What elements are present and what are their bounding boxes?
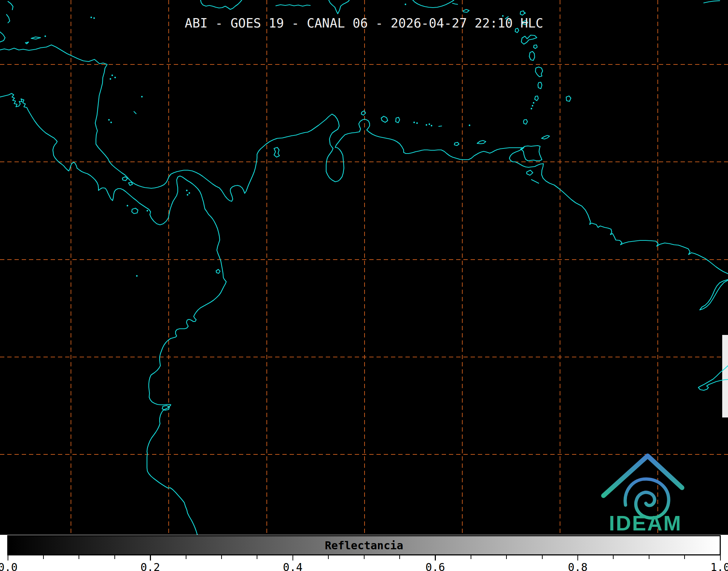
colorbar-gradient: Reflectancia [7, 535, 721, 555]
tobago-coastline [542, 135, 550, 139]
martinique-coastline [535, 67, 543, 77]
tiburon-peninsula-coastline [276, 5, 310, 6]
utila-coastline [25, 42, 29, 44]
colorbar-tick-label: 0.6 [419, 561, 451, 571]
islet-dot [416, 122, 418, 124]
colorbar-tick-label: 0.4 [277, 561, 309, 571]
islet-dot [186, 190, 188, 191]
image-title: ABI - GOES 19 - CANAL 06 - 2026-04-27 22… [0, 16, 728, 30]
grenada-coastline [523, 119, 527, 124]
barahona-beata-coastline [329, 0, 349, 14]
colorbar-tick [649, 555, 649, 559]
orinoco-delta-channel-2-coastline [531, 180, 539, 183]
islet-dot [127, 205, 128, 206]
colorbar-tick [720, 555, 721, 560]
colorbar-tick [684, 555, 685, 559]
st-lucia-coastline [538, 82, 542, 89]
islet-dot [141, 96, 143, 97]
bonaire-coastline [396, 117, 400, 123]
colorbar-tick [328, 555, 329, 559]
orinoco-delta-channel-1-coastline [527, 170, 533, 175]
colorbar-tick [8, 555, 9, 560]
colorbar-tick [150, 555, 151, 560]
colorbar-tick-label: 1.0 [704, 561, 728, 571]
barbuda-coastline [520, 11, 525, 15]
islet-dot [413, 122, 415, 123]
colorbar-tick-label: 0.8 [561, 561, 594, 571]
colorbar-label: Reflectancia [325, 539, 403, 552]
colorbar-tick [613, 555, 614, 559]
guadeloupe-coastline [521, 35, 537, 44]
colorbar-tick-label: 0.2 [134, 561, 167, 571]
amatique-bay-coastline [0, 32, 5, 42]
bocas-del-toro-1-coastline [122, 177, 127, 181]
roatan-coastline [31, 37, 41, 39]
caribbean-mainland-coastline [0, 45, 728, 274]
colorbar-tick [114, 555, 115, 559]
san-andres-coastline [134, 112, 136, 114]
islet-dot [533, 102, 534, 104]
margarita-coastline [477, 140, 486, 144]
islet-dot [469, 125, 470, 126]
sunglint-edge [722, 335, 728, 417]
pacific-mainland-coastline [0, 93, 226, 535]
colorbar-tick [435, 555, 436, 560]
aruba-coastline [361, 111, 366, 115]
ideam-logo-graphic: IDEAM [598, 450, 693, 533]
islet-dot [45, 35, 46, 37]
colorbar-tick [79, 555, 79, 559]
barbados-coastline [566, 96, 571, 101]
colorbar-tick-label: 0.0 [0, 561, 24, 571]
colorbar-tick [471, 555, 471, 559]
colorbar-tick [399, 555, 400, 559]
la-orchila-coastline [439, 126, 442, 126]
colorbar-tick [186, 555, 186, 559]
marie-galante-coastline [534, 45, 537, 49]
colorbar-tick [364, 555, 365, 559]
islet-dot [114, 77, 116, 78]
pacific-estuary-coastline [216, 269, 220, 273]
colorbar-area: Reflectancia 0.00.20.40.60.81.0 [0, 535, 728, 571]
islet-dot [426, 124, 427, 126]
islet-dot [405, 4, 406, 5]
vieques-coastline [453, 3, 458, 4]
dominica-coastline [529, 51, 535, 60]
islet-dot [524, 12, 526, 14]
islet-dot [431, 125, 432, 126]
islet-dot [189, 192, 190, 194]
islet-dot [531, 108, 532, 109]
islet-dot [108, 119, 110, 121]
colorbar-tick [293, 555, 294, 560]
ideam-logo: IDEAM [598, 450, 693, 533]
islet-dot [111, 75, 113, 76]
st-vincent-coastline [535, 96, 538, 101]
logo-roof-icon [603, 456, 682, 496]
st-croix-coastline [463, 9, 469, 12]
guiana-edge-coastline [700, 280, 728, 310]
cienaga-lagoon-coastline [274, 147, 279, 157]
coiba-coastline [132, 208, 138, 214]
islet-dot [110, 78, 111, 80]
islet-dot [187, 194, 188, 196]
puerto-rico-south-coastline [413, 0, 454, 8]
satellite-product: ABI - GOES 19 - CANAL 06 - 2026-04-27 22… [0, 0, 728, 571]
islet-dot [532, 105, 533, 106]
islet-dot [110, 122, 112, 123]
la-tortuga-coastline [454, 142, 459, 146]
curacao-coastline [381, 116, 388, 122]
bocas-del-toro-2-coastline [129, 182, 132, 185]
jamaica-coastline [201, 0, 242, 9]
islet-dot [147, 210, 148, 211]
colorbar-tick [43, 555, 44, 559]
colorbar-tick [542, 555, 543, 559]
ideam-logo-text: IDEAM [609, 511, 682, 533]
northeast-corner-fragment-coastline [704, 1, 720, 3]
colorbar-tick [221, 555, 222, 559]
colorbar-tick [257, 555, 257, 559]
islet-dot [429, 123, 430, 125]
islet-dot [136, 275, 138, 277]
colorbar-tick [577, 555, 578, 560]
colorbar-tick [506, 555, 507, 559]
belize-cays-1-coastline [8, 1, 13, 10]
